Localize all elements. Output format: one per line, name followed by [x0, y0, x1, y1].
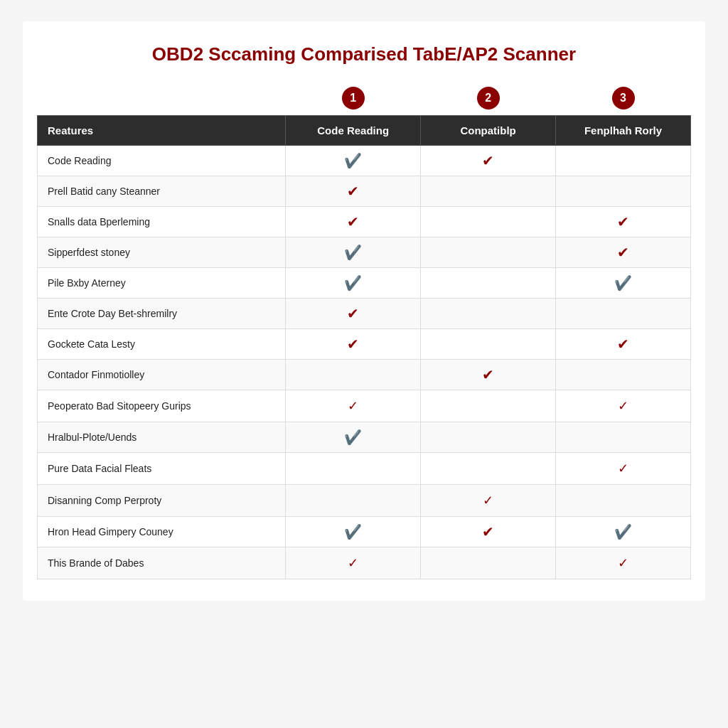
badge-2: 2 [477, 87, 500, 109]
col3-cell [421, 298, 556, 328]
table-row: Disanning Comp Perproty✓ [38, 484, 691, 516]
header-col4: Fenplhah Rorly [556, 115, 691, 145]
col2-cell [286, 452, 421, 484]
col2-cell: ✔ [286, 298, 421, 328]
check-simple-icon: ✓ [618, 399, 628, 413]
col2-cell [286, 359, 421, 390]
table-row: Code Reading✔️✔ [38, 145, 691, 176]
check-filled-icon: ✔️ [614, 524, 632, 540]
col3-cell [421, 237, 556, 267]
col2-cell: ✔️ [286, 516, 421, 547]
check-simple-icon: ✓ [348, 556, 358, 570]
col2-cell: ✔ [286, 176, 421, 206]
col4-cell [556, 359, 691, 390]
col3-cell: ✔ [421, 359, 556, 390]
comparison-table: 1 2 3 Reatures Code Reading Conpatiblp F… [37, 87, 691, 579]
table-row: Peoperato Bad Sitopeery Gurips✓✓ [38, 390, 691, 422]
feature-cell: This Brande of Dabes [38, 547, 286, 579]
check-filled-icon: ✔️ [344, 245, 362, 260]
col2-cell: ✓ [286, 547, 421, 579]
page-title: OBD2 Sccaming Comparised TabE/AP2 Scanne… [37, 43, 691, 67]
table-row: Hron Head Gimpery Couney✔️✔✔️ [38, 516, 691, 547]
col2-cell: ✔ [286, 328, 421, 359]
header-col3: Conpatiblp [421, 115, 556, 145]
table-row: Pure Data Facial Fleats✓ [38, 452, 691, 484]
header-feature: Reatures [38, 115, 286, 145]
col4-cell [556, 176, 691, 206]
col2-cell: ✔️ [286, 267, 421, 298]
header-row: Reatures Code Reading Conpatiblp Fenplha… [38, 115, 691, 145]
col3-cell [421, 452, 556, 484]
feature-cell: Hron Head Gimpery Couney [38, 516, 286, 547]
col4-cell: ✔️ [556, 267, 691, 298]
check-outline-icon: ✔ [482, 367, 494, 382]
col2-cell: ✓ [286, 390, 421, 422]
table-row: Ente Crote Day Bet-shremilry✔ [38, 298, 691, 328]
table-row: Sipperfdest stoney✔️✔ [38, 237, 691, 267]
table-row: Contador Finmotiolley✔ [38, 359, 691, 390]
col2-cell [286, 484, 421, 516]
check-outline-icon: ✔ [617, 245, 629, 260]
check-simple-icon: ✓ [618, 556, 628, 570]
check-outline-icon: ✔ [482, 153, 494, 168]
col2-cell: ✔️ [286, 145, 421, 176]
badge-cell-2: 2 [421, 87, 556, 116]
check-outline-icon: ✔ [617, 214, 629, 230]
feature-cell: Pure Data Facial Fleats [38, 452, 286, 484]
col4-cell: ✔️ [556, 516, 691, 547]
check-outline-icon: ✔ [347, 183, 359, 199]
feature-cell: Snalls data Bperleming [38, 206, 286, 237]
feature-cell: Code Reading [38, 145, 286, 176]
col2-cell: ✔️ [286, 422, 421, 452]
col3-cell [421, 390, 556, 422]
badge-cell-1: 1 [286, 87, 421, 116]
feature-cell: Prell Batid cany Steanner [38, 176, 286, 206]
badge-row: 1 2 3 [38, 87, 691, 116]
check-simple-icon: ✓ [348, 399, 358, 413]
col3-cell [421, 328, 556, 359]
check-outline-icon: ✔ [347, 336, 359, 352]
col4-cell [556, 422, 691, 452]
col4-cell: ✔ [556, 237, 691, 267]
col4-cell: ✓ [556, 390, 691, 422]
check-outline-icon: ✔ [347, 306, 359, 321]
badge-1: 1 [342, 87, 365, 109]
main-container: OBD2 Sccaming Comparised TabE/AP2 Scanne… [23, 21, 705, 601]
feature-cell: Hralbul-Plote/Uends [38, 422, 286, 452]
check-simple-icon: ✓ [618, 461, 628, 476]
col4-cell: ✓ [556, 547, 691, 579]
header-col2: Code Reading [286, 115, 421, 145]
table-row: Hralbul-Plote/Uends✔️ [38, 422, 691, 452]
check-filled-icon: ✔️ [344, 429, 362, 445]
col3-cell [421, 206, 556, 237]
check-outline-icon: ✔ [617, 336, 629, 352]
col4-cell: ✓ [556, 452, 691, 484]
check-simple-icon: ✓ [483, 493, 493, 508]
badge-empty-cell [38, 87, 286, 116]
feature-cell: Pile Bxby Aterney [38, 267, 286, 298]
table-row: Gockete Cata Lesty✔✔ [38, 328, 691, 359]
col4-cell [556, 145, 691, 176]
table-row: Snalls data Bperleming✔✔ [38, 206, 691, 237]
check-outline-icon: ✔ [347, 214, 359, 230]
table-row: Prell Batid cany Steanner✔ [38, 176, 691, 206]
col3-cell: ✔ [421, 145, 556, 176]
badge-cell-3: 3 [556, 87, 691, 116]
col4-cell [556, 298, 691, 328]
col2-cell: ✔ [286, 206, 421, 237]
col3-cell: ✓ [421, 484, 556, 516]
col3-cell [421, 547, 556, 579]
check-filled-icon: ✔️ [344, 524, 362, 540]
feature-cell: Ente Crote Day Bet-shremilry [38, 298, 286, 328]
check-filled-icon: ✔️ [344, 153, 362, 168]
col3-cell: ✔ [421, 516, 556, 547]
col3-cell [421, 176, 556, 206]
col4-cell [556, 484, 691, 516]
check-filled-icon: ✔️ [344, 275, 362, 291]
feature-cell: Gockete Cata Lesty [38, 328, 286, 359]
col2-cell: ✔️ [286, 237, 421, 267]
table-row: This Brande of Dabes✓✓ [38, 547, 691, 579]
feature-cell: Sipperfdest stoney [38, 237, 286, 267]
check-outline-icon: ✔ [482, 524, 494, 540]
col4-cell: ✔ [556, 206, 691, 237]
